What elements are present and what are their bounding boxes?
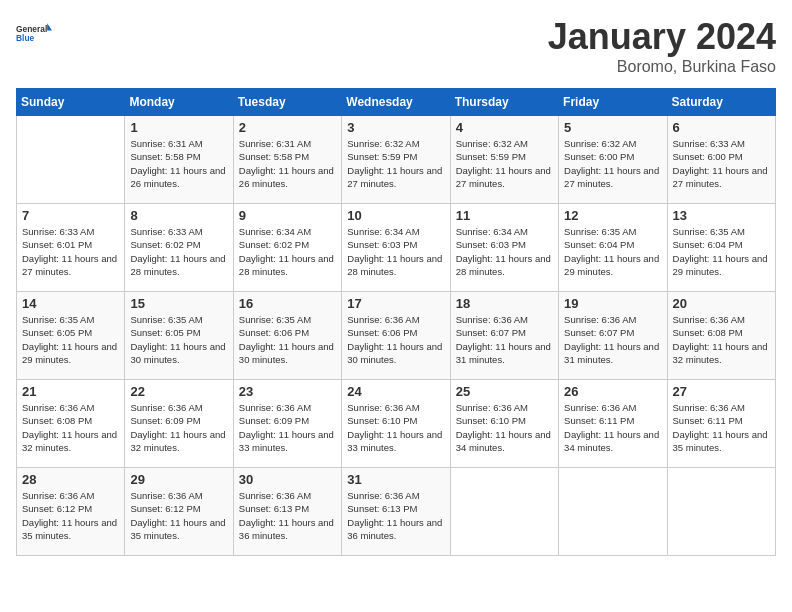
day-info: Sunrise: 6:34 AMSunset: 6:03 PMDaylight:… (456, 225, 553, 278)
day-number: 11 (456, 208, 553, 223)
day-info: Sunrise: 6:36 AMSunset: 6:07 PMDaylight:… (564, 313, 661, 366)
day-number: 31 (347, 472, 444, 487)
day-info: Sunrise: 6:31 AMSunset: 5:58 PMDaylight:… (239, 137, 336, 190)
day-info: Sunrise: 6:35 AMSunset: 6:05 PMDaylight:… (22, 313, 119, 366)
logo: General Blue (16, 16, 52, 52)
calendar-cell: 18 Sunrise: 6:36 AMSunset: 6:07 PMDaylig… (450, 292, 558, 380)
day-info: Sunrise: 6:35 AMSunset: 6:04 PMDaylight:… (564, 225, 661, 278)
day-info: Sunrise: 6:36 AMSunset: 6:06 PMDaylight:… (347, 313, 444, 366)
day-number: 15 (130, 296, 227, 311)
title-block: January 2024 Boromo, Burkina Faso (548, 16, 776, 76)
day-number: 14 (22, 296, 119, 311)
day-number: 27 (673, 384, 770, 399)
day-info: Sunrise: 6:36 AMSunset: 6:13 PMDaylight:… (239, 489, 336, 542)
day-number: 13 (673, 208, 770, 223)
day-number: 1 (130, 120, 227, 135)
weekday-header: Wednesday (342, 89, 450, 116)
day-info: Sunrise: 6:34 AMSunset: 6:03 PMDaylight:… (347, 225, 444, 278)
day-number: 29 (130, 472, 227, 487)
weekday-header-row: SundayMondayTuesdayWednesdayThursdayFrid… (17, 89, 776, 116)
day-info: Sunrise: 6:32 AMSunset: 5:59 PMDaylight:… (456, 137, 553, 190)
day-number: 2 (239, 120, 336, 135)
calendar-cell: 1 Sunrise: 6:31 AMSunset: 5:58 PMDayligh… (125, 116, 233, 204)
day-info: Sunrise: 6:36 AMSunset: 6:13 PMDaylight:… (347, 489, 444, 542)
calendar-table: SundayMondayTuesdayWednesdayThursdayFrid… (16, 88, 776, 556)
calendar-week-row: 7 Sunrise: 6:33 AMSunset: 6:01 PMDayligh… (17, 204, 776, 292)
day-number: 30 (239, 472, 336, 487)
day-number: 16 (239, 296, 336, 311)
day-number: 5 (564, 120, 661, 135)
calendar-cell: 7 Sunrise: 6:33 AMSunset: 6:01 PMDayligh… (17, 204, 125, 292)
calendar-cell: 17 Sunrise: 6:36 AMSunset: 6:06 PMDaylig… (342, 292, 450, 380)
calendar-cell: 24 Sunrise: 6:36 AMSunset: 6:10 PMDaylig… (342, 380, 450, 468)
calendar-cell: 10 Sunrise: 6:34 AMSunset: 6:03 PMDaylig… (342, 204, 450, 292)
logo-icon: General Blue (16, 16, 52, 52)
calendar-cell: 13 Sunrise: 6:35 AMSunset: 6:04 PMDaylig… (667, 204, 775, 292)
day-info: Sunrise: 6:33 AMSunset: 6:01 PMDaylight:… (22, 225, 119, 278)
day-info: Sunrise: 6:33 AMSunset: 6:00 PMDaylight:… (673, 137, 770, 190)
weekday-header: Thursday (450, 89, 558, 116)
calendar-week-row: 1 Sunrise: 6:31 AMSunset: 5:58 PMDayligh… (17, 116, 776, 204)
calendar-cell: 4 Sunrise: 6:32 AMSunset: 5:59 PMDayligh… (450, 116, 558, 204)
day-number: 6 (673, 120, 770, 135)
day-info: Sunrise: 6:36 AMSunset: 6:10 PMDaylight:… (456, 401, 553, 454)
calendar-cell: 21 Sunrise: 6:36 AMSunset: 6:08 PMDaylig… (17, 380, 125, 468)
calendar-cell: 30 Sunrise: 6:36 AMSunset: 6:13 PMDaylig… (233, 468, 341, 556)
calendar-cell: 25 Sunrise: 6:36 AMSunset: 6:10 PMDaylig… (450, 380, 558, 468)
day-info: Sunrise: 6:36 AMSunset: 6:08 PMDaylight:… (673, 313, 770, 366)
day-info: Sunrise: 6:36 AMSunset: 6:09 PMDaylight:… (130, 401, 227, 454)
day-number: 25 (456, 384, 553, 399)
day-info: Sunrise: 6:36 AMSunset: 6:09 PMDaylight:… (239, 401, 336, 454)
day-number: 24 (347, 384, 444, 399)
day-info: Sunrise: 6:33 AMSunset: 6:02 PMDaylight:… (130, 225, 227, 278)
day-number: 3 (347, 120, 444, 135)
month-title: January 2024 (548, 16, 776, 58)
calendar-cell: 16 Sunrise: 6:35 AMSunset: 6:06 PMDaylig… (233, 292, 341, 380)
calendar-cell: 15 Sunrise: 6:35 AMSunset: 6:05 PMDaylig… (125, 292, 233, 380)
calendar-cell: 3 Sunrise: 6:32 AMSunset: 5:59 PMDayligh… (342, 116, 450, 204)
day-number: 21 (22, 384, 119, 399)
day-number: 19 (564, 296, 661, 311)
day-number: 8 (130, 208, 227, 223)
day-number: 22 (130, 384, 227, 399)
svg-text:General: General (16, 24, 47, 34)
day-number: 20 (673, 296, 770, 311)
calendar-cell: 23 Sunrise: 6:36 AMSunset: 6:09 PMDaylig… (233, 380, 341, 468)
day-number: 18 (456, 296, 553, 311)
calendar-cell (559, 468, 667, 556)
day-info: Sunrise: 6:32 AMSunset: 6:00 PMDaylight:… (564, 137, 661, 190)
weekday-header: Sunday (17, 89, 125, 116)
day-number: 12 (564, 208, 661, 223)
day-info: Sunrise: 6:36 AMSunset: 6:12 PMDaylight:… (22, 489, 119, 542)
day-info: Sunrise: 6:36 AMSunset: 6:12 PMDaylight:… (130, 489, 227, 542)
calendar-cell (667, 468, 775, 556)
weekday-header: Monday (125, 89, 233, 116)
page-header: General Blue January 2024 Boromo, Burkin… (16, 16, 776, 76)
calendar-cell: 12 Sunrise: 6:35 AMSunset: 6:04 PMDaylig… (559, 204, 667, 292)
calendar-cell: 11 Sunrise: 6:34 AMSunset: 6:03 PMDaylig… (450, 204, 558, 292)
day-info: Sunrise: 6:31 AMSunset: 5:58 PMDaylight:… (130, 137, 227, 190)
day-number: 23 (239, 384, 336, 399)
day-number: 28 (22, 472, 119, 487)
calendar-cell: 29 Sunrise: 6:36 AMSunset: 6:12 PMDaylig… (125, 468, 233, 556)
day-info: Sunrise: 6:36 AMSunset: 6:08 PMDaylight:… (22, 401, 119, 454)
day-number: 26 (564, 384, 661, 399)
day-info: Sunrise: 6:35 AMSunset: 6:05 PMDaylight:… (130, 313, 227, 366)
day-info: Sunrise: 6:32 AMSunset: 5:59 PMDaylight:… (347, 137, 444, 190)
day-info: Sunrise: 6:36 AMSunset: 6:10 PMDaylight:… (347, 401, 444, 454)
day-info: Sunrise: 6:36 AMSunset: 6:07 PMDaylight:… (456, 313, 553, 366)
svg-text:Blue: Blue (16, 33, 35, 43)
calendar-cell (17, 116, 125, 204)
day-info: Sunrise: 6:35 AMSunset: 6:06 PMDaylight:… (239, 313, 336, 366)
weekday-header: Tuesday (233, 89, 341, 116)
day-info: Sunrise: 6:36 AMSunset: 6:11 PMDaylight:… (673, 401, 770, 454)
day-number: 17 (347, 296, 444, 311)
calendar-cell: 8 Sunrise: 6:33 AMSunset: 6:02 PMDayligh… (125, 204, 233, 292)
day-info: Sunrise: 6:36 AMSunset: 6:11 PMDaylight:… (564, 401, 661, 454)
calendar-cell: 2 Sunrise: 6:31 AMSunset: 5:58 PMDayligh… (233, 116, 341, 204)
calendar-cell: 22 Sunrise: 6:36 AMSunset: 6:09 PMDaylig… (125, 380, 233, 468)
calendar-cell: 31 Sunrise: 6:36 AMSunset: 6:13 PMDaylig… (342, 468, 450, 556)
calendar-cell (450, 468, 558, 556)
day-info: Sunrise: 6:35 AMSunset: 6:04 PMDaylight:… (673, 225, 770, 278)
day-number: 7 (22, 208, 119, 223)
